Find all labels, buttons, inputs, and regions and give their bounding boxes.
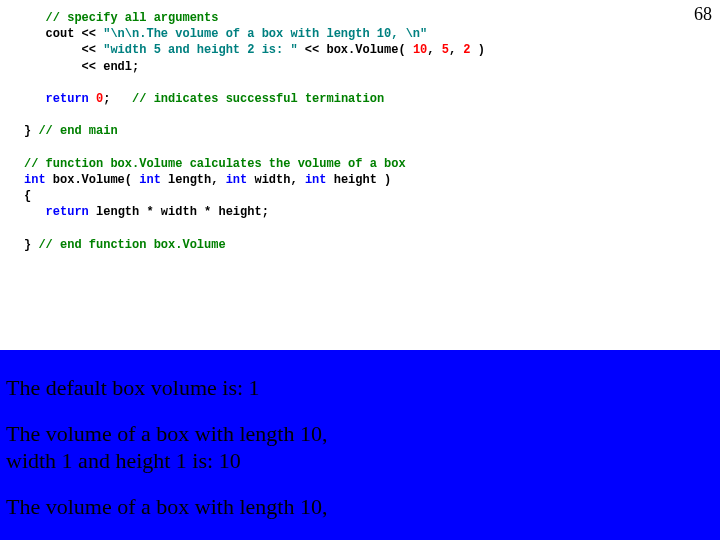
code-text: { bbox=[24, 189, 31, 203]
code-indent bbox=[24, 11, 46, 25]
code-block: // specify all arguments cout << "\n\n.T… bbox=[0, 0, 720, 253]
output-line: width 1 and height 1 is: 10 bbox=[6, 447, 714, 475]
code-text: << endl; bbox=[24, 60, 139, 74]
output-line: The default box volume is: 1 bbox=[6, 374, 714, 402]
code-text: , bbox=[427, 43, 441, 57]
code-blank bbox=[24, 221, 31, 235]
code-text: << box.Volume( bbox=[298, 43, 413, 57]
code-blank bbox=[24, 76, 31, 90]
output-paragraph: The volume of a box with length 10, widt… bbox=[6, 420, 714, 475]
code-text: << bbox=[24, 43, 103, 57]
code-comment: // function box.Volume calculates the vo… bbox=[24, 157, 406, 171]
code-comment: // specify all arguments bbox=[46, 11, 219, 25]
output-paragraph: The volume of a box with length 10, bbox=[6, 493, 714, 521]
code-keyword: int bbox=[226, 173, 248, 187]
output-line: The volume of a box with length 10, bbox=[6, 420, 714, 448]
code-number: 10 bbox=[413, 43, 427, 57]
code-keyword: int bbox=[139, 173, 161, 187]
code-text: box.Volume( bbox=[46, 173, 140, 187]
code-number: 5 bbox=[442, 43, 449, 57]
code-comment: // indicates successful termination bbox=[132, 92, 384, 106]
code-text: } bbox=[24, 238, 38, 252]
code-text: length, bbox=[161, 173, 226, 187]
code-text: cout << bbox=[24, 27, 103, 41]
code-text: } bbox=[24, 124, 38, 138]
code-text: ) bbox=[471, 43, 485, 57]
program-output: The default box volume is: 1 The volume … bbox=[0, 350, 720, 540]
code-keyword: int bbox=[305, 173, 327, 187]
code-indent bbox=[24, 205, 46, 219]
code-text: height ) bbox=[326, 173, 391, 187]
page-number: 68 bbox=[694, 4, 712, 25]
code-string: "width 5 and height 2 is: " bbox=[103, 43, 297, 57]
output-line: The volume of a box with length 10, bbox=[6, 493, 714, 521]
code-text: ; bbox=[103, 92, 132, 106]
code-text: width, bbox=[247, 173, 305, 187]
code-string: "\n\n.The volume of a box with length 10… bbox=[103, 27, 427, 41]
code-blank bbox=[24, 141, 31, 155]
code-keyword: return bbox=[46, 205, 89, 219]
code-number: 2 bbox=[463, 43, 470, 57]
code-comment: // end function box.Volume bbox=[38, 238, 225, 252]
code-text: length * width * height; bbox=[89, 205, 269, 219]
code-keyword: int bbox=[24, 173, 46, 187]
code-keyword: return bbox=[46, 92, 89, 106]
code-text bbox=[89, 92, 96, 106]
code-indent bbox=[24, 92, 46, 106]
code-comment: // end main bbox=[38, 124, 117, 138]
code-blank bbox=[24, 108, 31, 122]
code-text: , bbox=[449, 43, 463, 57]
